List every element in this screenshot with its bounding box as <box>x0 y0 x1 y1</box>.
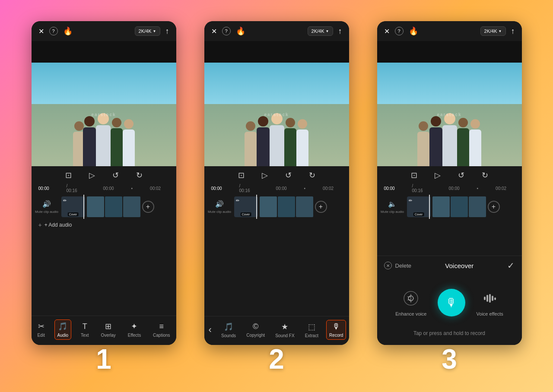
cover-label-3: Cover <box>413 212 424 216</box>
time-total-1: / 00:16 <box>67 183 77 193</box>
watermark-1: earstock <box>91 112 116 117</box>
mute-icon-3[interactable]: 🔈 <box>388 200 397 208</box>
time-marker2-2: 00:02 <box>323 186 334 191</box>
effects-icon-wrap[interactable] <box>480 289 499 308</box>
expand-icon-3[interactable]: ⊡ <box>411 171 417 180</box>
redo-icon-3[interactable]: ↻ <box>482 171 488 180</box>
record-button[interactable]: 🎙 <box>438 289 465 316</box>
track-strip-2 <box>260 196 313 217</box>
edit-icon-1: ✏ <box>63 198 67 203</box>
phone-1-header: ✕ ? 🔥 2K/4K ▼ ↑ <box>32 21 176 41</box>
bottom-toolbar-2: ‹ 🎵 Sounds © Copyright ★ Sound FX ⬚ Extr… <box>204 316 349 345</box>
tool-extract-2[interactable]: ⬚ Extract <box>302 320 321 340</box>
quality-btn-1[interactable]: 2K/4K ▼ <box>135 26 160 36</box>
delete-label: Delete <box>395 262 412 269</box>
add-audio-row-1[interactable]: + + Add audio <box>32 219 176 231</box>
quality-btn-2[interactable]: 2K/4K ▼ <box>308 26 333 36</box>
mute-icon-2[interactable]: 🔊 <box>215 200 224 208</box>
svg-rect-6 <box>494 297 496 300</box>
play-icon-3[interactable]: ▷ <box>435 171 441 180</box>
timeline-empty-2 <box>204 219 349 316</box>
step-1: 1 <box>96 343 111 375</box>
upload-icon-2[interactable]: ↑ <box>338 27 342 36</box>
cover-label-1: Cover <box>68 212 79 216</box>
extract-icon-2: ⬚ <box>308 322 315 332</box>
clip-thumbnail-3[interactable]: ✏ Cover <box>407 196 431 217</box>
tool-audio-1[interactable]: 🎵 Audio <box>54 319 72 340</box>
svg-rect-2 <box>484 297 486 300</box>
redo-icon-2[interactable]: ↻ <box>309 171 315 180</box>
close-icon-2[interactable]: ✕ <box>211 27 217 35</box>
phone-3-header: ✕ ? 🔥 2K/4K ▼ ↑ <box>377 21 522 41</box>
controls-bar-1: ⊡ ▷ ↺ ↻ <box>32 166 176 183</box>
upload-icon-1[interactable]: ↑ <box>165 27 169 36</box>
help-icon-3[interactable]: ? <box>395 27 404 35</box>
track-row-1: 🔊 Mute clip audio ✏ Cover <box>32 195 176 219</box>
timeline-3: ⊡ ▷ ↺ ↻ 00:00 / 00:16 00:00 • 00:02 • <box>377 166 522 256</box>
seg-1-1 <box>87 196 104 217</box>
header-right-2: 2K/4K ▼ ↑ <box>308 26 342 36</box>
svg-rect-3 <box>486 295 488 302</box>
close-icon-1[interactable]: ✕ <box>38 27 44 35</box>
x-circle-icon: ✕ <box>384 262 392 269</box>
timeline-1: ⊡ ▷ ↺ ↻ 00:00 / 00:16 00:00 • 00:02 • <box>32 166 176 316</box>
help-icon-2[interactable]: ? <box>222 27 231 35</box>
mute-icon-1[interactable]: 🔊 <box>42 200 51 208</box>
play-icon-2[interactable]: ▷ <box>262 171 268 180</box>
audio-icon-1: 🎵 <box>58 322 67 331</box>
undo-icon-3[interactable]: ↺ <box>458 171 464 180</box>
tool-overlay-1[interactable]: ⊞ Overlay <box>98 320 118 339</box>
seg-2-1 <box>105 196 122 217</box>
back-icon-2[interactable]: ‹ <box>207 324 213 335</box>
group-photo-1: earstock <box>32 63 176 166</box>
timeline-tracks-2: 🔊 Mute clip audio ✏ Cover <box>204 195 349 219</box>
tool-copyright-2[interactable]: © Copyright <box>244 320 267 339</box>
enhance-icon-wrap[interactable] <box>401 289 420 308</box>
tool-text-1[interactable]: T Text <box>78 320 91 339</box>
mute-label-2: Mute clip audio <box>208 210 231 214</box>
tool-sounds-label-2: Sounds <box>221 333 236 338</box>
clip-thumbnail-1[interactable]: ✏ Cover <box>61 196 85 217</box>
tool-captions-1[interactable]: ≡ Captions <box>150 320 172 339</box>
tool-effects-1[interactable]: ✦ Effects <box>125 320 143 339</box>
tool-soundfx-2[interactable]: ★ Sound FX <box>273 320 297 340</box>
group-photo-3: earstock <box>377 63 522 166</box>
time-total-2: / 00:16 <box>239 183 250 193</box>
phone-1: ✕ ? 🔥 2K/4K ▼ ↑ <box>32 21 176 345</box>
tool-overlay-label-1: Overlay <box>101 333 115 338</box>
close-icon-3[interactable]: ✕ <box>384 27 390 35</box>
quality-label-3: 2K/4K <box>484 28 497 34</box>
expand-icon-1[interactable]: ⊡ <box>65 171 72 180</box>
check-icon[interactable]: ✓ <box>507 260 515 271</box>
undo-icon-1[interactable]: ↺ <box>112 171 119 180</box>
seg-1-3 <box>432 196 450 217</box>
voiceover-title: Voiceover <box>445 262 474 269</box>
add-btn-1[interactable]: + <box>142 201 154 213</box>
step-3: 3 <box>442 343 457 375</box>
add-btn-3[interactable]: + <box>488 201 500 213</box>
quality-btn-3[interactable]: 2K/4K ▼ <box>480 26 506 36</box>
track-content-1: ✏ Cover + <box>61 196 173 217</box>
redo-icon-1[interactable]: ↻ <box>136 171 143 180</box>
timeline-2: ⊡ ▷ ↺ ↻ 00:00 / 00:16 00:00 • 00:02 • <box>204 166 349 316</box>
tool-sounds-2[interactable]: 🎵 Sounds <box>219 320 238 340</box>
timeline-tracks-1: 🔊 Mute clip audio ✏ Cover <box>32 195 176 219</box>
scissors-icon-1: ✂ <box>38 322 44 331</box>
expand-icon-2[interactable]: ⊡ <box>238 171 245 180</box>
tool-record-2[interactable]: 🎙 Record <box>326 320 346 340</box>
help-icon-1[interactable]: ? <box>49 27 58 35</box>
seg-3-1 <box>123 196 140 217</box>
tool-edit-1[interactable]: ✂ Edit <box>35 320 47 339</box>
voice-effects-icon <box>482 291 498 306</box>
time-current-1: 00:00 <box>38 186 49 191</box>
undo-icon-2[interactable]: ↺ <box>285 171 292 180</box>
delete-btn[interactable]: ✕ Delete <box>384 262 412 269</box>
clip-thumbnail-2[interactable]: ✏ Cover <box>234 196 258 217</box>
upload-icon-3[interactable]: ↑ <box>511 27 515 36</box>
play-icon-1[interactable]: ▷ <box>89 171 95 180</box>
video-black-top-1 <box>32 41 176 63</box>
main-container: ✕ ? 🔥 2K/4K ▼ ↑ <box>0 0 553 392</box>
person-2-5 <box>296 119 308 166</box>
add-btn-2[interactable]: + <box>315 201 327 213</box>
person-2-4 <box>284 118 296 166</box>
